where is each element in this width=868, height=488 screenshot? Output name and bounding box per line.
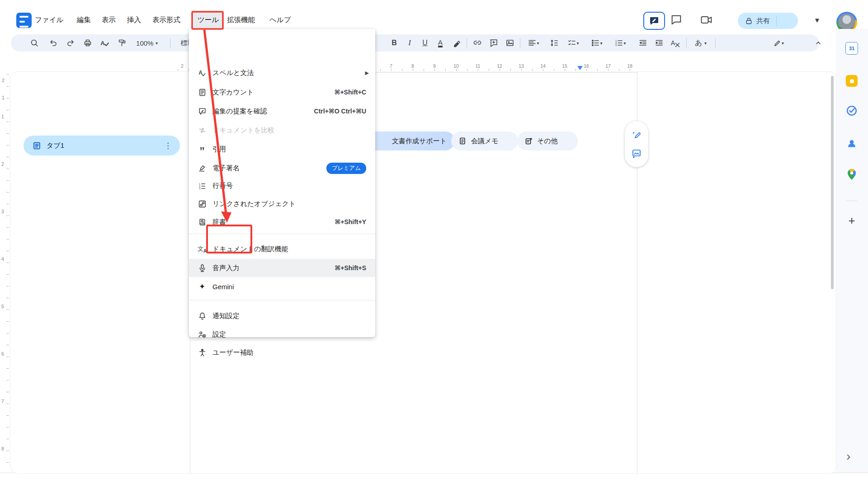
svg-text:3: 3: [615, 44, 617, 47]
insert-link-icon[interactable]: [471, 34, 484, 52]
video-call-icon[interactable]: [700, 14, 713, 28]
add-addon-button[interactable]: +: [845, 214, 858, 227]
contacts-icon[interactable]: [845, 137, 858, 150]
input-tools-button[interactable]: あ ▾: [691, 34, 711, 52]
accessibility-icon: [197, 347, 207, 357]
zoom-select[interactable]: 100% ▾: [134, 34, 160, 52]
add-comment-icon[interactable]: [487, 34, 500, 52]
menu-tools[interactable]: ツール: [194, 13, 222, 28]
menu-insert[interactable]: 挿入: [127, 15, 141, 25]
menu-item-linked-objects[interactable]: リンクされたオブジェクト: [189, 196, 375, 211]
right-panel-background: [836, 29, 868, 473]
align-button[interactable]: ▾: [524, 34, 542, 52]
paint-format-icon[interactable]: [116, 34, 128, 52]
toolbar-divider: [170, 38, 170, 48]
comment-icon[interactable]: [670, 14, 683, 28]
chip-meeting-notes[interactable]: 会議メモ: [451, 131, 518, 150]
menu-item-preferences[interactable]: 設定: [189, 327, 375, 342]
quote-icon: ”: [197, 144, 207, 154]
menu-item-translate[interactable]: 文A ドキュメントの翻訳機能: [189, 241, 375, 257]
docs-logo-icon[interactable]: [16, 13, 32, 28]
chevron-down-icon[interactable]: ▼: [814, 16, 821, 24]
undo-icon[interactable]: [47, 34, 60, 52]
print-icon[interactable]: [81, 34, 94, 52]
menu-item-word-count[interactable]: 文字カウント ⌘+Shift+C: [189, 84, 375, 100]
line-numbers-icon: 123: [197, 181, 207, 191]
keep-icon[interactable]: [845, 75, 858, 87]
share-label: 共有: [756, 17, 770, 25]
page-tools-capsule: [625, 121, 648, 167]
toolbar-divider: [520, 38, 520, 48]
menu-item-esignature[interactable]: 電子署名 プレミアム: [189, 160, 375, 176]
ruler-ticks: [380, 69, 634, 71]
editing-mode-select[interactable]: ▾: [769, 34, 788, 52]
document-plus-icon: [524, 137, 533, 145]
menu-file[interactable]: ファイル: [35, 15, 63, 25]
suggest-edits-icon: [197, 106, 207, 116]
menu-item-review-suggestions[interactable]: 編集の提案を確認 Ctrl+⌘O Ctrl+⌘U: [189, 103, 375, 119]
menu-item-gemini[interactable]: ✦ Gemini: [189, 279, 375, 294]
outdent-icon[interactable]: [637, 34, 649, 52]
menu-item-dictionary[interactable]: 辞書 ⌘+Shift+Y: [189, 214, 375, 230]
menu-item-voice-typing[interactable]: 音声入力 ⌘+Shift+S: [189, 259, 375, 277]
editing-mode-button[interactable]: [643, 12, 665, 30]
underline-button[interactable]: U: [419, 34, 431, 52]
numbered-list-button[interactable]: 123▾: [611, 34, 629, 52]
esignature-icon: [197, 163, 207, 173]
menu-item-citations[interactable]: ” 引用: [189, 141, 375, 157]
tools-menu-popup: A スペルと文法 ▶ 文字カウント ⌘+Shift+C 編集の提案を確認 Ctr…: [189, 29, 375, 337]
indent-icon[interactable]: [653, 34, 665, 52]
bell-icon: [197, 311, 207, 321]
sidebar-tab-1[interactable]: タブ1 ⋮: [24, 136, 180, 155]
image-suggestion-icon[interactable]: [631, 148, 642, 159]
bulleted-list-button[interactable]: ▾: [588, 34, 606, 52]
tab-menu-icon[interactable]: ⋮: [164, 141, 172, 150]
checklist-button[interactable]: ▾: [564, 34, 582, 52]
bold-button[interactable]: B: [388, 34, 401, 52]
collapse-panel-icon[interactable]: ›: [846, 449, 850, 464]
menu-item-accessibility[interactable]: ユーザー補助: [189, 345, 375, 360]
menu-format[interactable]: 表示形式: [152, 15, 180, 25]
menu-edit[interactable]: 編集: [77, 15, 91, 25]
vertical-scrollbar[interactable]: [831, 76, 834, 289]
tasks-icon[interactable]: [845, 104, 858, 117]
menu-divider: [189, 300, 375, 300]
redo-icon[interactable]: [64, 34, 77, 52]
search-menus-icon[interactable]: [28, 34, 41, 52]
tab-document-icon: [33, 141, 41, 150]
menu-extensions[interactable]: 拡張機能: [227, 15, 255, 25]
menu-view[interactable]: 表示: [102, 15, 116, 25]
help-me-write-icon[interactable]: [631, 129, 642, 140]
menu-item-spelling-grammar[interactable]: A スペルと文法 ▶: [189, 65, 375, 80]
ruler-number: 2: [2, 78, 5, 83]
tab-label: タブ1: [47, 141, 164, 150]
translate-icon: 文A: [197, 244, 207, 254]
calendar-icon[interactable]: 31: [845, 42, 858, 55]
rail-divider: [846, 201, 857, 201]
italic-button[interactable]: I: [403, 34, 416, 52]
line-spacing-icon[interactable]: [548, 34, 561, 52]
chip-more[interactable]: その他: [517, 131, 578, 150]
menu-divider: [189, 234, 375, 234]
insert-image-icon[interactable]: [504, 34, 516, 52]
microphone-icon: [197, 263, 207, 273]
dictionary-icon: [197, 217, 207, 227]
horizontal-ruler[interactable]: 789101112131415161718: [387, 63, 634, 69]
maps-icon[interactable]: [845, 168, 858, 181]
clear-formatting-icon[interactable]: A: [669, 34, 682, 52]
svg-text:3: 3: [199, 187, 200, 190]
document-icon: [458, 137, 467, 145]
hide-menus-icon[interactable]: [812, 34, 825, 52]
share-button[interactable]: 共有: [738, 13, 798, 29]
menu-item-line-numbers[interactable]: 123 行番号: [189, 178, 375, 193]
spellcheck-icon: A: [197, 68, 207, 78]
spellcheck-icon[interactable]: A: [99, 34, 111, 52]
vertical-ruler[interactable]: 12345678: [1, 114, 4, 452]
ruler-ticks: [6, 75, 9, 470]
menu-help[interactable]: ヘルプ: [269, 15, 291, 25]
menu-item-notification-settings[interactable]: 通知設定: [189, 308, 375, 324]
highlight-color-icon[interactable]: [450, 34, 463, 52]
lock-icon: [745, 17, 753, 25]
ruler-number: 2: [181, 63, 184, 69]
text-color-button[interactable]: A: [434, 34, 447, 52]
